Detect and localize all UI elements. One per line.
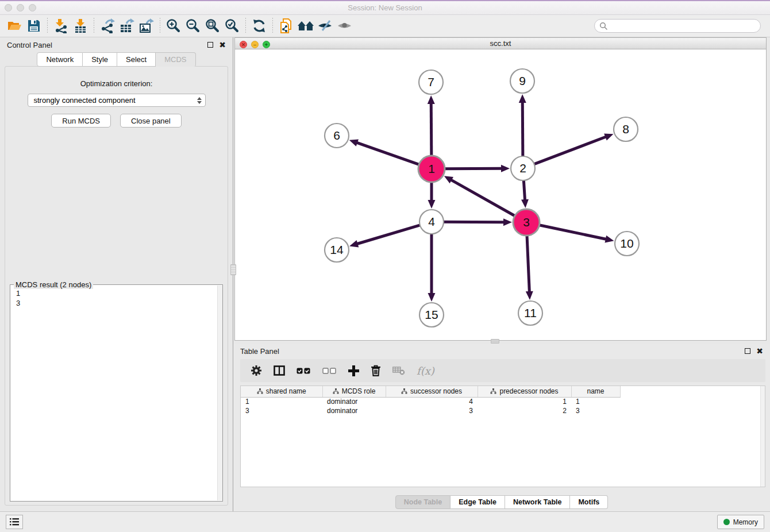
table-panel-title: Table Panel [240, 347, 279, 356]
mcds-panel-content: Optimization criterion: strongly connect… [5, 66, 228, 506]
close-table-panel-icon[interactable]: ✖ [756, 348, 763, 354]
open-session-icon[interactable] [5, 17, 24, 34]
save-session-icon[interactable] [24, 17, 44, 34]
graph-node-label: 9 [519, 74, 526, 87]
tab-motifs[interactable]: Motifs [570, 495, 608, 509]
graph-edge[interactable] [357, 225, 420, 244]
table-cell[interactable]: 3 [241, 406, 322, 415]
graph-edge-arrowhead [605, 236, 614, 243]
table-cell[interactable]: dominator [322, 397, 386, 406]
search-input[interactable] [608, 22, 756, 30]
window-title: Session: New Session [348, 3, 422, 12]
table-settings-icon[interactable] [251, 365, 262, 376]
titlebar: Session: New Session [0, 1, 770, 15]
table-cell[interactable]: dominator [322, 406, 386, 415]
tab-edge-table[interactable]: Edge Table [451, 495, 505, 509]
graph-edge-arrowhead [604, 133, 613, 140]
graph-edge-arrowhead [349, 139, 359, 146]
optimization-criterion-dropdown[interactable]: strongly connected component [28, 94, 206, 107]
graph-edge[interactable] [445, 168, 502, 169]
zoom-in-icon[interactable] [164, 17, 183, 34]
node-table-grid: shared nameMCDS rolesuccessor nodesprede… [241, 386, 621, 415]
graph-node-label: 1 [428, 162, 435, 175]
delete-column-icon[interactable] [371, 365, 381, 376]
table-row[interactable]: 1dominator411 [241, 397, 620, 406]
column-header-label: name [587, 387, 604, 395]
close-panel-icon[interactable]: ✖ [219, 42, 226, 48]
column-header-label: predecessor nodes [499, 387, 558, 395]
select-all-checkboxes-icon[interactable] [297, 368, 311, 374]
graph-edge[interactable] [431, 103, 432, 156]
hide-selected-icon[interactable] [315, 17, 335, 34]
add-column-icon[interactable] [348, 365, 359, 376]
table-cell[interactable]: 1 [241, 397, 322, 406]
splitter-handle-horizontal[interactable] [491, 339, 499, 344]
zoom-selected-icon[interactable] [222, 17, 242, 34]
import-network-icon[interactable] [51, 17, 71, 34]
column-header-successor-nodes[interactable]: successor nodes [386, 386, 478, 397]
memory-button[interactable]: Memory [717, 515, 764, 529]
graph-edge[interactable] [534, 137, 607, 164]
table-scrollbar[interactable] [760, 386, 765, 487]
column-header-MCDS-role[interactable]: MCDS role [322, 386, 386, 397]
tab-network[interactable]: Network [37, 52, 83, 67]
graph-edge[interactable] [356, 142, 419, 164]
table-cell[interactable]: 2 [478, 406, 571, 415]
tab-style[interactable]: Style [83, 52, 117, 67]
column-header-name[interactable]: name [571, 386, 620, 397]
tab-network-table[interactable]: Network Table [505, 495, 571, 509]
export-network-icon[interactable] [98, 17, 117, 34]
graph-edge[interactable] [527, 236, 529, 292]
graph-edge[interactable] [451, 180, 515, 216]
float-panel-icon[interactable] [207, 42, 213, 48]
show-all-icon[interactable] [335, 17, 355, 34]
column-header-shared-name[interactable]: shared name [241, 386, 322, 397]
table-row[interactable]: 3dominator323 [241, 406, 620, 415]
network-maximize-button[interactable]: + [263, 41, 270, 48]
graph-node-label: 2 [519, 161, 526, 175]
minimize-window-button[interactable] [17, 4, 24, 11]
table-cell[interactable]: 3 [386, 406, 478, 415]
first-neighbors-icon[interactable] [296, 17, 315, 34]
import-table-icon[interactable] [71, 17, 90, 34]
network-view-window: ✕ – + scc.txt 7968124314101511 [234, 37, 767, 341]
splitter-handle-vertical[interactable] [230, 264, 236, 275]
splitter-horizontal[interactable] [233, 341, 770, 344]
table-cell[interactable]: 1 [571, 397, 620, 406]
zoom-fit-icon[interactable] [203, 17, 222, 34]
graph-node-label: 15 [425, 308, 438, 321]
table-cell[interactable]: 3 [571, 406, 620, 415]
float-table-panel-icon[interactable] [745, 348, 750, 354]
control-panel: Control Panel ✖ Network Style Select MCD… [0, 37, 233, 511]
export-table-icon[interactable] [117, 17, 137, 34]
tab-mcds[interactable]: MCDS [156, 52, 195, 67]
export-image-icon[interactable] [137, 17, 156, 34]
duplicate-network-icon[interactable] [276, 17, 296, 34]
close-panel-button[interactable]: Close panel [120, 114, 182, 128]
graph-node-label: 14 [330, 243, 344, 256]
graph-edge[interactable] [540, 225, 607, 240]
split-panel-icon[interactable] [274, 365, 285, 376]
tab-node-table[interactable]: Node Table [395, 495, 451, 509]
column-header-predecessor-nodes[interactable]: predecessor nodes [478, 386, 571, 397]
graph-node-label: 11 [524, 306, 537, 319]
graph-edge[interactable] [523, 180, 525, 201]
table-cell[interactable]: 4 [386, 397, 478, 406]
maximize-window-button[interactable] [29, 4, 36, 11]
network-canvas[interactable]: 7968124314101511 [235, 49, 766, 340]
graph-edge[interactable] [522, 102, 523, 156]
network-minimize-button[interactable]: – [251, 41, 259, 48]
run-mcds-button[interactable]: Run MCDS [51, 114, 111, 128]
result-scrollbar[interactable] [217, 286, 222, 500]
deselect-all-checkboxes-icon[interactable] [322, 368, 337, 374]
task-history-button[interactable] [6, 515, 23, 529]
refresh-layout-icon[interactable] [249, 17, 269, 34]
table-cell[interactable]: 1 [478, 397, 571, 406]
graph-edge-arrowhead [519, 94, 526, 103]
zoom-out-icon[interactable] [183, 17, 203, 34]
graph-edge-arrowhead [521, 199, 529, 208]
close-window-button[interactable] [5, 4, 12, 11]
tab-select[interactable]: Select [117, 52, 156, 67]
graph-edge[interactable] [444, 222, 505, 222]
network-close-button[interactable]: ✕ [240, 41, 247, 48]
